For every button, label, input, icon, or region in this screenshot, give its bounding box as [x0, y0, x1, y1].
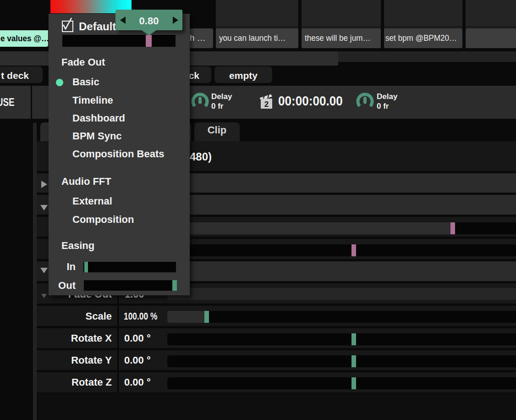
- svg-text:2: 2: [264, 100, 269, 109]
